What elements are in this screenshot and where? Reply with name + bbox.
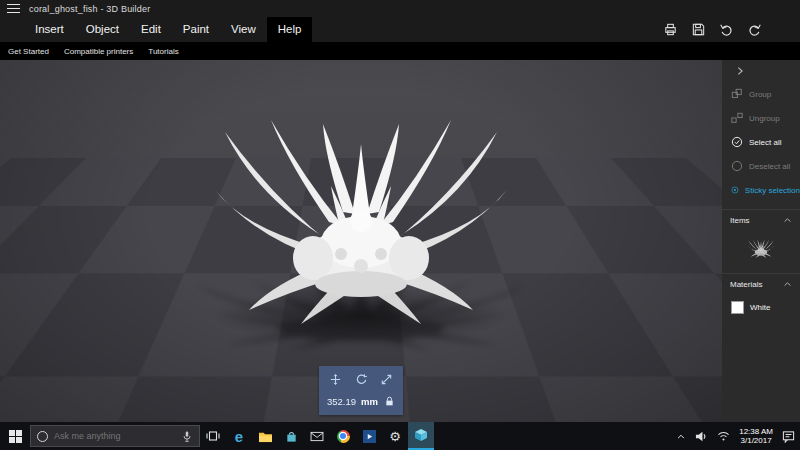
model-thumbnail-icon bbox=[746, 237, 776, 259]
settings-button[interactable]: ⚙ bbox=[382, 422, 408, 450]
menu-paint[interactable]: Paint bbox=[172, 17, 220, 42]
windows-logo-icon bbox=[9, 430, 22, 443]
network-icon[interactable] bbox=[717, 430, 730, 442]
coral-ghost-fish-model[interactable] bbox=[201, 94, 521, 334]
materials-section-header[interactable]: Materials bbox=[722, 273, 800, 294]
sticky-selection-icon bbox=[731, 184, 739, 196]
viewport-3d[interactable]: 352.19 mm bbox=[0, 60, 722, 422]
settings-gear-icon: ⚙ bbox=[389, 430, 401, 443]
tool-label: Group bbox=[749, 90, 771, 99]
move-icon[interactable] bbox=[329, 373, 342, 386]
cortana-icon bbox=[37, 431, 48, 442]
action-center-icon[interactable] bbox=[782, 430, 795, 443]
size-value-field[interactable]: 352.19 bbox=[327, 396, 356, 407]
materials-header-label: Materials bbox=[730, 280, 762, 289]
3d-builder-window: coral_ghost_fish - 3D Builder Insert Obj… bbox=[0, 0, 800, 450]
help-submenu: Get Started Compatible printers Tutorial… bbox=[0, 42, 800, 60]
group-icon bbox=[731, 88, 743, 100]
clock-time: 12:38 AM bbox=[739, 427, 773, 437]
items-section-header[interactable]: Items bbox=[722, 209, 800, 230]
taskbar-search[interactable] bbox=[30, 425, 200, 447]
start-button[interactable] bbox=[0, 422, 30, 450]
tool-label: Deselect all bbox=[749, 162, 790, 171]
chrome-button[interactable] bbox=[330, 422, 356, 450]
redo-icon[interactable] bbox=[747, 22, 762, 37]
tool-group[interactable]: Group bbox=[722, 82, 800, 106]
menu-insert[interactable]: Insert bbox=[24, 17, 75, 42]
clock-date: 3/1/2017 bbox=[739, 436, 773, 446]
menubar: Insert Object Edit Paint View Help bbox=[0, 17, 800, 42]
store-bag-icon bbox=[285, 430, 298, 443]
3d-builder-taskbar-button[interactable] bbox=[408, 422, 434, 450]
ungroup-icon bbox=[731, 112, 743, 124]
chevron-up-icon bbox=[783, 280, 792, 288]
transform-toolbar: 352.19 mm bbox=[319, 366, 403, 415]
chrome-icon bbox=[337, 430, 350, 443]
unit-toggle[interactable]: mm bbox=[361, 396, 378, 407]
media-app-button[interactable] bbox=[356, 422, 382, 450]
microphone-icon[interactable] bbox=[181, 430, 193, 443]
tool-label: Sticky selection bbox=[745, 186, 800, 195]
menu-edit[interactable]: Edit bbox=[130, 17, 172, 42]
hamburger-menu-icon[interactable] bbox=[7, 4, 20, 14]
chevron-right-icon bbox=[735, 65, 745, 77]
mail-button[interactable] bbox=[304, 422, 330, 450]
volume-icon[interactable] bbox=[695, 430, 708, 443]
tool-label: Ungroup bbox=[749, 114, 780, 123]
rotate-icon[interactable] bbox=[355, 373, 368, 386]
edge-icon: e bbox=[235, 429, 243, 444]
select-all-icon bbox=[731, 136, 743, 148]
menu-view[interactable]: View bbox=[220, 17, 267, 42]
chevron-up-icon bbox=[783, 216, 792, 224]
menu-help[interactable]: Help bbox=[267, 17, 313, 42]
item-thumbnail-coral-ghost-fish[interactable] bbox=[722, 230, 800, 266]
store-button[interactable] bbox=[278, 422, 304, 450]
tool-deselect-all[interactable]: Deselect all bbox=[722, 154, 800, 178]
submenu-compatible-printers[interactable]: Compatible printers bbox=[64, 47, 133, 56]
3d-builder-cube-icon bbox=[414, 428, 428, 442]
menu-object[interactable]: Object bbox=[75, 17, 130, 42]
submenu-get-started[interactable]: Get Started bbox=[8, 47, 49, 56]
tool-label: Select all bbox=[749, 138, 781, 147]
deselect-all-icon bbox=[731, 160, 743, 172]
window-title: coral_ghost_fish - 3D Builder bbox=[29, 4, 150, 14]
panel-collapse-button[interactable] bbox=[722, 60, 800, 82]
items-header-label: Items bbox=[730, 216, 750, 225]
lock-aspect-icon[interactable] bbox=[384, 395, 395, 407]
submenu-tutorials[interactable]: Tutorials bbox=[148, 47, 178, 56]
workspace: 352.19 mm Group bbox=[0, 60, 800, 422]
file-explorer-button[interactable] bbox=[252, 422, 278, 450]
tool-ungroup[interactable]: Ungroup bbox=[722, 106, 800, 130]
menubar-actions bbox=[663, 17, 800, 42]
tray-expand-chevron-icon[interactable] bbox=[676, 432, 686, 441]
right-side-panel: Group Ungroup Select all Deselect all bbox=[722, 60, 800, 422]
material-white[interactable]: White bbox=[722, 294, 800, 320]
task-view-icon bbox=[206, 429, 220, 443]
material-name: White bbox=[750, 303, 770, 312]
search-input[interactable] bbox=[54, 431, 175, 441]
titlebar: coral_ghost_fish - 3D Builder bbox=[0, 0, 800, 17]
tool-sticky-selection[interactable]: Sticky selection bbox=[722, 178, 800, 202]
taskbar-clock[interactable]: 12:38 AM 3/1/2017 bbox=[739, 427, 773, 446]
mail-icon bbox=[310, 431, 324, 442]
print-icon[interactable] bbox=[663, 22, 678, 37]
task-view-button[interactable] bbox=[200, 422, 226, 450]
system-tray: 12:38 AM 3/1/2017 bbox=[676, 427, 800, 446]
edge-browser-button[interactable]: e bbox=[226, 422, 252, 450]
material-swatch-white bbox=[731, 301, 744, 314]
tool-select-all[interactable]: Select all bbox=[722, 130, 800, 154]
undo-icon[interactable] bbox=[719, 22, 734, 37]
windows-taskbar: e ⚙ bbox=[0, 422, 800, 450]
save-icon[interactable] bbox=[691, 22, 706, 37]
folder-icon bbox=[258, 430, 273, 443]
media-app-icon bbox=[363, 430, 376, 443]
scale-icon[interactable] bbox=[380, 373, 393, 386]
